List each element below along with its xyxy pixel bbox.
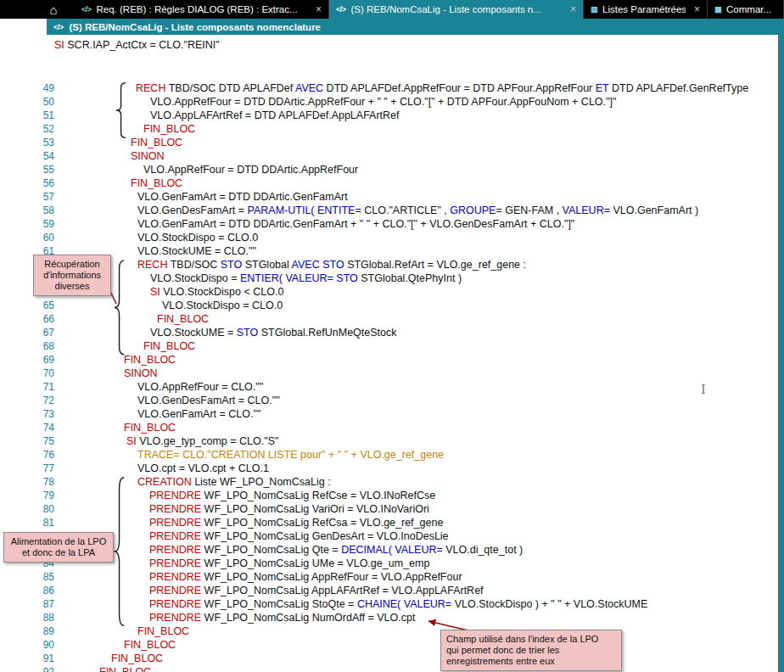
code-text[interactable]: FIN_BLOC: [64, 665, 778, 672]
code-token: PRENDRE: [149, 557, 201, 569]
code-text[interactable]: VLO.StockDispo = CLO.0: [64, 231, 778, 244]
code-text[interactable]: FIN_BLOC: [64, 339, 778, 353]
code-text[interactable]: VLO.GenFamArt = DTD DDArtic.GenFamArt + …: [64, 217, 778, 231]
code-token: FIN_BLOC: [111, 652, 163, 664]
code-text[interactable]: VLO.cpt = VLO.cpt + CLO.1: [64, 462, 778, 475]
code-text[interactable]: VLO.AppLAFArtRef = DTD APLAFDef.AppLAFAr…: [64, 109, 778, 122]
code-token: PRENDRE: [149, 571, 201, 583]
code-text[interactable]: SI VLO.ge_typ_comp = CLO."S": [64, 434, 778, 448]
code-text[interactable]: FIN_BLOC: [64, 122, 778, 136]
code-text[interactable]: VLO.GenDesFamArt = PARAM-UTIL( ENTITE= C…: [64, 204, 778, 217]
code-text[interactable]: VLO.AppRefFour = DTD DDArtic.AppRefFour: [64, 163, 778, 176]
code-text[interactable]: FIN_BLOC: [64, 176, 778, 190]
code-text[interactable]: VLO.GenDesFamArt = CLO."": [64, 394, 778, 407]
code-token: RECH: [136, 82, 165, 94]
callout-line: Champ utilisé dans l'index de la LPO: [446, 634, 616, 645]
code-token: STO: [322, 259, 344, 271]
tab-listes-parametrees[interactable]: ▤Listes Paramétrées×: [584, 0, 708, 19]
close-icon[interactable]: ×: [312, 3, 322, 15]
code-text[interactable]: VLO.AppRefFour = DTD DDArtic.AppRefFour …: [64, 95, 778, 109]
code-text[interactable]: VLO.StockUME = CLO."": [64, 244, 778, 258]
code-token: VLO.GenFamArt ): [610, 204, 698, 216]
line-number: 68: [0, 339, 64, 353]
header-code-line[interactable]: SI SCR.IAP_ActCtx = CLO."REINI": [54, 38, 220, 52]
code-text[interactable]: SINON: [64, 149, 778, 163]
code-text[interactable]: RECH TBD/SOC DTD APLAFDef AVEC DTD APLAF…: [64, 81, 778, 95]
code-text[interactable]: PRENDRE WF_LPO_NomCsaLig RefCse = VLO.IN…: [64, 489, 778, 502]
code-text[interactable]: FIN_BLOC: [64, 624, 778, 638]
code-line: 64SI VLO.StockDispo < CLO.0: [0, 285, 778, 299]
tab-reb-nomcsalig[interactable]: </>(S) REB/NomCsaLig - Liste composants …: [329, 0, 584, 19]
code-text[interactable]: PRENDRE WF_LPO_NomCsaLig GenDesArt = VLO…: [64, 529, 778, 543]
code-line: 87PRENDRE WF_LPO_NomCsaLig StoQte = CHAI…: [0, 597, 778, 611]
code-token: SINON: [131, 150, 165, 162]
code-text[interactable]: PRENDRE WF_LPO_NomCsaLig RefCsa = VLO.ge…: [64, 516, 778, 529]
code-token: FIN_BLOC: [124, 422, 176, 434]
code-line: 52FIN_BLOC: [0, 122, 778, 136]
code-text[interactable]: FIN_BLOC: [64, 421, 778, 434]
home-button[interactable]: ⌂: [39, 0, 68, 19]
code-text[interactable]: SI VLO.StockDispo < CLO.0: [64, 285, 778, 299]
code-token: SCR.IAP_ActCtx = CLO."REINI": [64, 39, 220, 51]
code-line: 50VLO.AppRefFour = DTD DDArtic.AppRefFou…: [0, 95, 778, 109]
code-text[interactable]: FIN_BLOC: [64, 136, 778, 149]
code-token: STGlobal.RefUnMeQteStock: [258, 327, 396, 339]
close-icon[interactable]: ×: [691, 3, 700, 15]
code-line: 62RECH TBD/SOC STO STGlobal AVEC STO STG…: [0, 258, 778, 272]
code-text[interactable]: PRENDRE WF_LPO_NomCsaLig VariOri = VLO.I…: [64, 502, 778, 516]
code-icon: </>: [53, 23, 64, 31]
callout-line: diverses: [36, 281, 108, 292]
line-number: 66: [0, 312, 64, 326]
code-text[interactable]: PRENDRE WF_LPO_NomCsaLig AppRefFour = VL…: [64, 570, 778, 584]
line-number: 88: [0, 611, 64, 624]
code-text[interactable]: VLO.StockUME = STO STGlobal.RefUnMeQteSt…: [64, 326, 778, 339]
code-text[interactable]: VLO.AppRefFour = CLO."": [64, 380, 778, 394]
line-number: 86: [0, 584, 64, 597]
code-text[interactable]: FIN_BLOC: [64, 638, 778, 652]
code-token: GEN-FAM ,: [502, 204, 563, 216]
code-text[interactable]: FIN_BLOC: [64, 652, 778, 665]
code-text[interactable]: CREATION Liste WF_LPO_NomCsaLig :: [64, 475, 778, 489]
code-token: VALEUR=: [395, 544, 442, 556]
code-token: FIN_BLOC: [131, 177, 182, 189]
code-line: 57VLO.GenFamArt = DTD DDArtic.GenFamArt: [0, 190, 778, 204]
code-text[interactable]: PRENDRE WF_LPO_NomCsaLig NumOrdAff = VLO…: [64, 611, 778, 624]
code-text[interactable]: RECH TBD/SOC STO STGlobal AVEC STO STGlo…: [64, 258, 778, 272]
code-line: 90FIN_BLOC: [0, 638, 778, 652]
code-text[interactable]: VLO.GenFamArt = DTD DDArtic.GenFamArt: [64, 190, 778, 204]
code-token: FIN_BLOC: [124, 639, 176, 651]
code-text[interactable]: PRENDRE WF_LPO_NomCsaLig Qte = DECIMAL( …: [64, 543, 778, 557]
code-text[interactable]: FIN_BLOC: [64, 312, 778, 326]
close-icon[interactable]: ×: [567, 3, 576, 15]
code-text[interactable]: FIN_BLOC: [64, 353, 778, 367]
line-number: 60: [0, 231, 64, 244]
line-number: 89: [0, 624, 64, 638]
code-token: WF_LPO_NomCsaLig VariOri = VLO.INoVariOr…: [201, 503, 429, 515]
code-token: Liste WF_LPO_NomCsaLig :: [192, 476, 331, 488]
code-text[interactable]: SINON: [64, 367, 778, 380]
code-line: 65VLO.StockDispo = CLO.0: [0, 299, 778, 312]
tab-commandes[interactable]: ▦Commar...: [708, 0, 784, 19]
code-text[interactable]: PRENDRE WF_LPO_NomCsaLig StoQte = CHAINE…: [64, 597, 778, 611]
editor-window: ⌂ </>Req. (REB) : Règles DIALOG (REB) : …: [0, 0, 784, 672]
callout-alimentation: Alimentation de la LPOet donc de la LPA: [3, 532, 114, 563]
tab-req-reb-regles-dialog[interactable]: </>Req. (REB) : Règles DIALOG (REB) : Ex…: [75, 0, 329, 19]
code-token: TRACE= CLO."CREATION LISTE pour" + " " +…: [137, 449, 444, 461]
code-token: TBD/SOC DTD APLAFDef: [165, 82, 295, 94]
code-area[interactable]: 49RECH TBD/SOC DTD APLAFDef AVEC DTD APL…: [0, 81, 778, 672]
code-token: VLO.ge_typ_comp = CLO."S": [137, 435, 279, 447]
code-token: SINON: [124, 367, 158, 379]
code-token: FIN_BLOC: [124, 354, 176, 366]
code-text[interactable]: VLO.StockDispo = CLO.0: [64, 299, 778, 312]
code-text[interactable]: PRENDRE WF_LPO_NomCsaLig UMe = VLO.ge_um…: [64, 557, 778, 570]
callout-line: Alimentation de la LPO: [7, 536, 110, 547]
code-text[interactable]: VLO.GenFamArt = CLO."": [64, 407, 778, 421]
code-text[interactable]: VLO.StockDispo = ENTIER( VALEUR= STO STG…: [64, 272, 778, 285]
code-text[interactable]: TRACE= CLO."CREATION LISTE pour" + " " +…: [64, 448, 778, 462]
line-number: 78: [0, 475, 64, 489]
code-token: ENTIER(: [240, 272, 283, 284]
code-token: VLO.di_qte_tot ): [443, 544, 524, 556]
code-text[interactable]: PRENDRE WF_LPO_NomCsaLig AppLAFArtRef = …: [64, 584, 778, 597]
code-line: 88PRENDRE WF_LPO_NomCsaLig NumOrdAff = V…: [0, 611, 778, 624]
callout-line: Récupération: [36, 259, 108, 270]
